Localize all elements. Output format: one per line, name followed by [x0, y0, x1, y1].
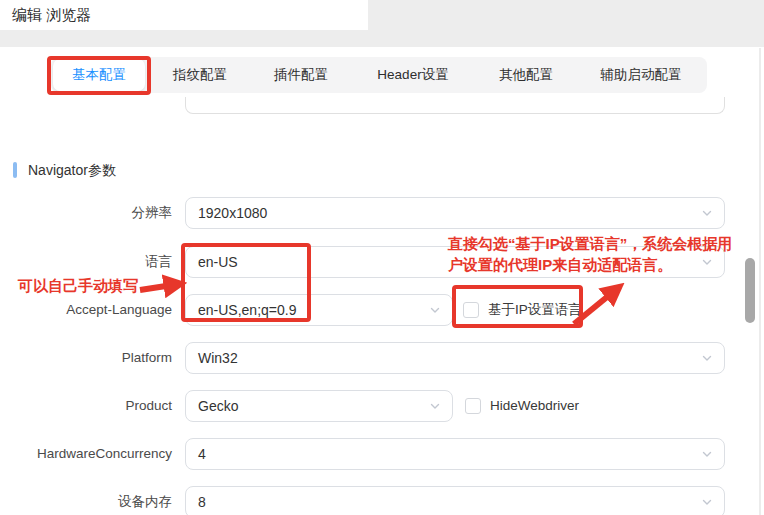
hardware-concurrency-select[interactable]: 4 [185, 438, 725, 470]
chevron-down-icon [701, 496, 713, 508]
chevron-down-icon [429, 304, 441, 316]
chevron-down-icon [701, 207, 713, 219]
form-row-accept-language: Accept-Language en-US,en;q=0.9 基于IP设置语言 [0, 294, 764, 326]
field-label: 设备内存 [0, 486, 172, 515]
chevron-down-icon [429, 400, 441, 412]
annotation-arrow-right-icon [137, 272, 201, 298]
chevron-down-icon [701, 448, 713, 460]
annotation-arrow-upright-icon [560, 274, 644, 332]
chevron-down-icon [701, 352, 713, 364]
annotation-text-manual-fill: 可以自己手动填写 [18, 277, 138, 296]
device-memory-select[interactable]: 8 [185, 486, 725, 515]
product-select[interactable]: Gecko [185, 390, 453, 422]
resolution-select[interactable]: 1920x1080 [185, 197, 725, 229]
form-row-device-memory: 设备内存 8 [0, 486, 764, 515]
clipped-scrolled-field[interactable] [185, 97, 725, 114]
field-label: Product [0, 390, 172, 422]
edit-browser-dialog: 编辑 浏览器 基本配置 指纹配置 插件配置 Header设置 其他配置 辅助启动… [0, 0, 764, 515]
annotation-text-ip-language: 直接勾选“基于IP设置语言”，系统会根据用 户设置的代理IP来自动适配语言。 [448, 233, 732, 275]
field-label: HardwareConcurrency [0, 438, 172, 470]
annotation-text-line2: 户设置的代理IP来自动适配语言。 [448, 254, 732, 275]
field-label: Platform [0, 342, 172, 374]
tab-other-config[interactable]: 其他配置 [477, 57, 575, 93]
tab-fingerprint-config[interactable]: 指纹配置 [147, 57, 253, 93]
select-value: 4 [198, 439, 206, 469]
field-label: Accept-Language [0, 294, 172, 326]
form-row-product: Product Gecko HideWebdriver [0, 390, 764, 422]
select-value: 8 [198, 487, 206, 515]
config-tabbar: 基本配置 指纹配置 插件配置 Header设置 其他配置 辅助启动配置 [51, 57, 707, 93]
select-value: en-US [198, 247, 238, 277]
select-value: Gecko [198, 391, 238, 421]
tab-plugin-config[interactable]: 插件配置 [253, 57, 349, 93]
scrollbar-track [759, 48, 761, 515]
field-label: 分辨率 [0, 197, 172, 229]
select-value: en-US,en;q=0.9 [198, 295, 296, 325]
platform-select[interactable]: Win32 [185, 342, 725, 374]
form-row-platform: Platform Win32 [0, 342, 764, 374]
hide-webdriver-checkbox[interactable] [465, 398, 481, 414]
dialog-header: 编辑 浏览器 [0, 0, 368, 30]
section-accent-bar [13, 162, 17, 178]
section-title: Navigator参数 [28, 160, 116, 180]
form-row-hardware-concurrency: HardwareConcurrency 4 [0, 438, 764, 470]
tab-header-settings[interactable]: Header设置 [349, 57, 477, 93]
tab-basic-config[interactable]: 基本配置 [53, 59, 145, 91]
tab-aux-launch-config[interactable]: 辅助启动配置 [575, 57, 707, 93]
hide-webdriver-checkbox-label: HideWebdriver [490, 398, 579, 414]
form-row-resolution: 分辨率 1920x1080 [0, 197, 764, 229]
section-header-navigator: Navigator参数 [0, 160, 300, 180]
ip-language-checkbox[interactable] [463, 302, 479, 318]
select-value: Win32 [198, 343, 238, 373]
scrollbar-thumb[interactable] [745, 258, 755, 323]
annotation-text-line1: 直接勾选“基于IP设置语言”，系统会根据用 [448, 233, 732, 254]
hide-webdriver-checkbox-group[interactable]: HideWebdriver [465, 398, 579, 414]
accept-language-select[interactable]: en-US,en;q=0.9 [185, 294, 453, 326]
select-value: 1920x1080 [198, 198, 267, 228]
page-title: 编辑 浏览器 [12, 0, 91, 30]
